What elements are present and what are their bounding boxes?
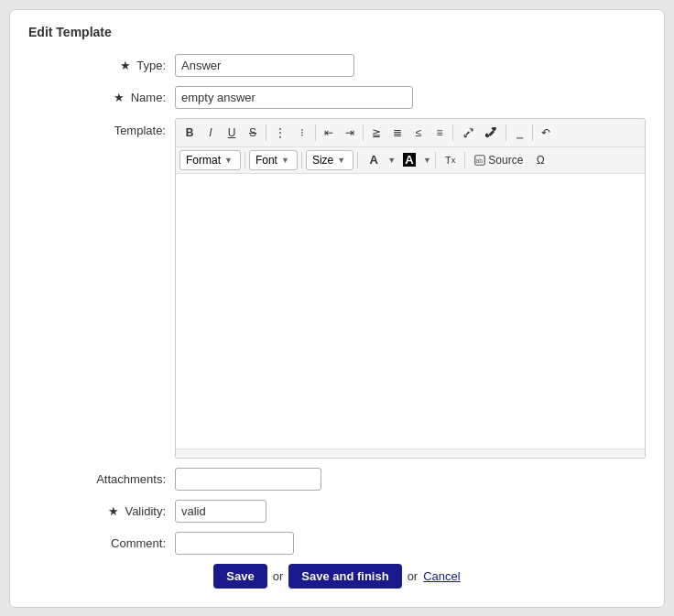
- attachments-input[interactable]: [175, 468, 321, 491]
- cancel-button[interactable]: Cancel: [423, 569, 460, 583]
- template-editor: B I U S ⋮ ⁝ ⇤ ⇥ ≧ ≣ ≤ ≡: [175, 118, 646, 459]
- format-dropdown-arrow: ▼: [224, 156, 233, 165]
- toolbar-sep10: [435, 152, 436, 168]
- toolbar-row1: B I U S ⋮ ⁝ ⇤ ⇥ ≧ ≣ ≤ ≡: [176, 119, 645, 147]
- comment-row: Comment:: [28, 532, 646, 555]
- remove-format-button[interactable]: Tx: [440, 150, 461, 170]
- unlink-button[interactable]: [480, 123, 503, 143]
- toolbar-sep1: [266, 124, 266, 141]
- validity-required-star: ★: [108, 504, 119, 518]
- toolbar-sep3: [363, 124, 364, 141]
- panel-title: Edit Template: [28, 25, 646, 39]
- italic-button[interactable]: I: [201, 123, 221, 143]
- toolbar-row2: Format ▼ Font ▼ Size ▼ A ▼: [176, 147, 645, 174]
- toolbar-sep7: [245, 152, 245, 168]
- horizontal-rule-button[interactable]: ⎯: [509, 123, 529, 143]
- toolbar-sep2: [315, 124, 316, 141]
- size-dropdown[interactable]: Size ▼: [306, 150, 353, 170]
- size-dropdown-arrow: ▼: [337, 156, 345, 165]
- font-color-button[interactable]: A: [362, 150, 386, 170]
- validity-label: ★ Validity:: [28, 500, 175, 518]
- align-right-button[interactable]: ≤: [408, 123, 429, 143]
- type-input[interactable]: [175, 54, 354, 77]
- toolbar-sep6: [532, 124, 533, 141]
- toolbar-sep9: [357, 152, 358, 168]
- validity-input[interactable]: [175, 500, 266, 523]
- editor-scrollbar[interactable]: [176, 448, 645, 458]
- type-row: ★ Type:: [28, 54, 646, 77]
- bg-color-button[interactable]: A: [397, 150, 421, 170]
- align-center-button[interactable]: ≣: [387, 123, 408, 143]
- template-label: Template:: [28, 118, 175, 137]
- justify-button[interactable]: ≡: [429, 123, 450, 143]
- link-button[interactable]: [456, 123, 479, 143]
- attachments-label: Attachments:: [28, 468, 175, 486]
- align-left-button[interactable]: ≧: [366, 123, 386, 143]
- name-label: ★ Name:: [28, 86, 175, 104]
- font-color-arrow: ▼: [387, 156, 396, 165]
- underline-button[interactable]: U: [222, 123, 242, 143]
- strikethrough-button[interactable]: S: [243, 123, 263, 143]
- comment-label: Comment:: [28, 532, 175, 550]
- toolbar-sep11: [464, 152, 465, 168]
- comment-input[interactable]: [175, 532, 294, 555]
- svg-text:ab: ab: [476, 157, 484, 164]
- source-button[interactable]: ab Source: [469, 150, 528, 170]
- special-char-button[interactable]: Ω: [530, 150, 550, 170]
- template-row: Template: B I U S ⋮ ⁝ ⇤ ⇥ ≧ ≣ ≤ ≡: [28, 118, 646, 459]
- type-label: ★ Type:: [28, 54, 175, 72]
- toolbar-sep8: [301, 152, 302, 168]
- name-row: ★ Name:: [28, 86, 646, 109]
- format-dropdown[interactable]: Format ▼: [179, 150, 241, 170]
- unordered-list-button[interactable]: ⁝: [292, 123, 312, 143]
- undo-button[interactable]: ↶: [536, 123, 556, 143]
- ordered-list-button[interactable]: ⋮: [269, 123, 291, 143]
- or-text-1: or: [273, 569, 284, 583]
- save-and-finish-button[interactable]: Save and finish: [288, 564, 401, 589]
- save-button[interactable]: Save: [213, 564, 266, 589]
- type-required-star: ★: [120, 59, 131, 72]
- attachments-row: Attachments:: [28, 468, 646, 491]
- name-input[interactable]: [175, 86, 413, 109]
- indent-right-button[interactable]: ⇥: [340, 123, 360, 143]
- toolbar-sep5: [506, 124, 506, 141]
- font-dropdown[interactable]: Font ▼: [249, 150, 298, 170]
- validity-row: ★ Validity:: [28, 500, 646, 523]
- edit-template-panel: Edit Template ★ Type: ★ Name: Template: …: [9, 9, 665, 608]
- bold-button[interactable]: B: [179, 123, 200, 143]
- bg-color-arrow: ▼: [423, 156, 431, 165]
- or-text-2: or: [408, 569, 419, 583]
- font-dropdown-arrow: ▼: [281, 156, 289, 165]
- editor-content[interactable]: [176, 174, 645, 448]
- name-required-star: ★: [114, 91, 125, 104]
- toolbar-sep4: [452, 124, 453, 141]
- indent-left-button[interactable]: ⇤: [319, 123, 339, 143]
- footer-buttons: Save or Save and finish or Cancel: [28, 564, 646, 589]
